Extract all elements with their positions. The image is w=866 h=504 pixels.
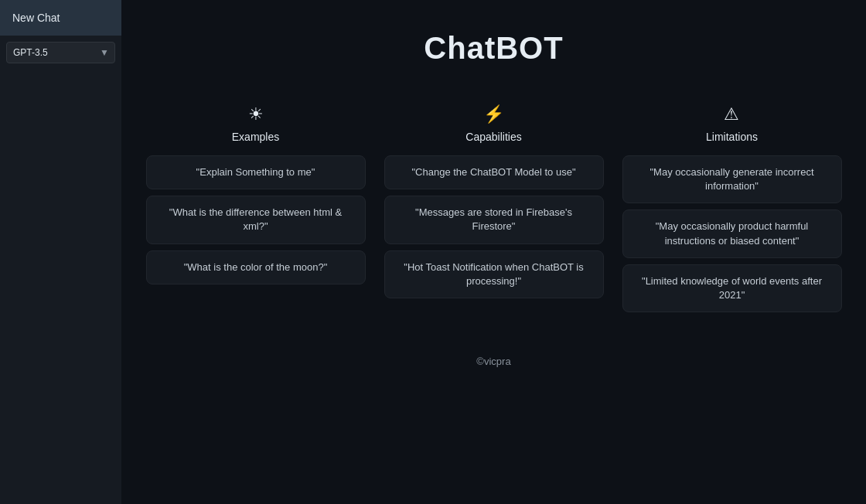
examples-card-1[interactable]: "What is the difference between html & x… bbox=[146, 196, 366, 243]
examples-title: Examples bbox=[232, 131, 279, 143]
model-select-wrapper: GPT-3.5 GPT-4 ▼ bbox=[0, 36, 121, 70]
capabilities-card-2[interactable]: "Hot Toast Notification when ChatBOT is … bbox=[384, 250, 604, 298]
chatbot-title: ChatBOT bbox=[424, 31, 563, 66]
capabilities-header: Capabilities bbox=[465, 103, 521, 143]
bolt-icon bbox=[483, 103, 504, 124]
warn-icon bbox=[724, 103, 739, 124]
examples-card-2[interactable]: "What is the color of the moon?" bbox=[146, 250, 366, 284]
feature-columns: Examples "Explain Something to me" "What… bbox=[146, 103, 842, 318]
capabilities-card-0[interactable]: "Change the ChatBOT Model to use" bbox=[384, 155, 604, 189]
limitations-card-1[interactable]: "May occasionally product harmful instru… bbox=[622, 209, 842, 257]
limitations-card-0[interactable]: "May occasionally generate incorrect inf… bbox=[622, 155, 842, 203]
examples-card-0[interactable]: "Explain Something to me" bbox=[146, 155, 366, 189]
examples-column: Examples "Explain Something to me" "What… bbox=[146, 103, 366, 318]
main-content: ChatBOT Examples "Explain Something to m… bbox=[121, 0, 866, 504]
sun-icon bbox=[248, 103, 264, 124]
new-chat-button[interactable]: New Chat bbox=[0, 0, 121, 36]
examples-header: Examples bbox=[232, 103, 279, 143]
model-select-container: GPT-3.5 GPT-4 ▼ bbox=[6, 42, 115, 63]
footer-copyright: ©vicpra bbox=[476, 356, 510, 367]
limitations-card-2[interactable]: "Limited knowledge of world events after… bbox=[622, 264, 842, 312]
capabilities-card-1[interactable]: "Messages are stored in Firebase's Fires… bbox=[384, 196, 604, 243]
limitations-title: Limitations bbox=[706, 131, 758, 143]
limitations-column: Limitations "May occasionally generate i… bbox=[622, 103, 842, 318]
model-select[interactable]: GPT-3.5 GPT-4 bbox=[6, 42, 115, 63]
capabilities-title: Capabilities bbox=[465, 131, 521, 143]
limitations-header: Limitations bbox=[706, 103, 758, 143]
capabilities-column: Capabilities "Change the ChatBOT Model t… bbox=[384, 103, 604, 318]
sidebar: New Chat GPT-3.5 GPT-4 ▼ bbox=[0, 0, 121, 504]
